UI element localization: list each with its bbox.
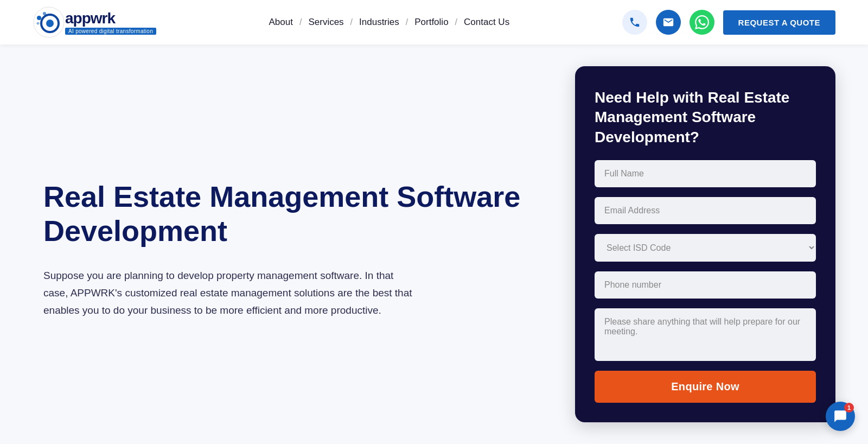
request-quote-button[interactable]: REQUEST A QUOTE bbox=[723, 10, 835, 35]
email-icon bbox=[662, 16, 674, 28]
email-input[interactable] bbox=[595, 197, 816, 224]
nav-services[interactable]: Services bbox=[303, 17, 349, 28]
hero-section: Real Estate Management Software Developm… bbox=[0, 45, 575, 444]
hero-title: Real Estate Management Software Developm… bbox=[43, 180, 542, 247]
nav-industries[interactable]: Industries bbox=[354, 17, 405, 28]
nav-sep-4: / bbox=[455, 17, 457, 27]
chat-bubble-button[interactable]: 1 bbox=[826, 402, 855, 431]
nav-portfolio[interactable]: Portfolio bbox=[409, 17, 454, 28]
chat-icon bbox=[833, 409, 847, 423]
chat-badge: 1 bbox=[844, 403, 854, 413]
enquire-now-button[interactable]: Enquire Now bbox=[595, 371, 816, 403]
message-textarea[interactable] bbox=[595, 308, 816, 361]
nav-sep-3: / bbox=[406, 17, 408, 27]
phone-icon-button[interactable] bbox=[622, 10, 647, 35]
svg-point-3 bbox=[37, 22, 40, 25]
whatsapp-icon bbox=[695, 15, 709, 29]
whatsapp-icon-button[interactable] bbox=[690, 10, 714, 35]
phone-input[interactable] bbox=[595, 271, 816, 299]
form-title: Need Help with Real Estate Management So… bbox=[595, 88, 816, 147]
nav-about[interactable]: About bbox=[264, 17, 298, 28]
logo-text: appwrk AI powered digital transformation bbox=[65, 10, 156, 35]
phone-icon bbox=[629, 16, 641, 28]
isd-code-select[interactable]: Select ISD Code bbox=[595, 234, 816, 262]
svg-point-5 bbox=[46, 20, 54, 27]
logo-icon bbox=[33, 6, 65, 39]
email-icon-button[interactable] bbox=[656, 10, 681, 35]
hero-description: Suppose you are planning to develop prop… bbox=[43, 267, 412, 320]
main-nav: About / Services / Industries / Portfoli… bbox=[264, 17, 515, 28]
header-icons: REQUEST A QUOTE bbox=[622, 10, 835, 35]
contact-form-panel: Need Help with Real Estate Management So… bbox=[575, 66, 835, 422]
logo[interactable]: appwrk AI powered digital transformation bbox=[33, 6, 156, 39]
logo-name: appwrk bbox=[65, 10, 156, 27]
logo-tagline: AI powered digital transformation bbox=[65, 28, 156, 35]
nav-contact[interactable]: Contact Us bbox=[458, 17, 515, 28]
main-content: Real Estate Management Software Developm… bbox=[0, 45, 868, 444]
fullname-input[interactable] bbox=[595, 160, 816, 187]
nav-sep-2: / bbox=[350, 17, 353, 27]
site-header: appwrk AI powered digital transformation… bbox=[0, 0, 868, 45]
nav-sep-1: / bbox=[299, 17, 302, 27]
svg-point-1 bbox=[37, 16, 41, 20]
